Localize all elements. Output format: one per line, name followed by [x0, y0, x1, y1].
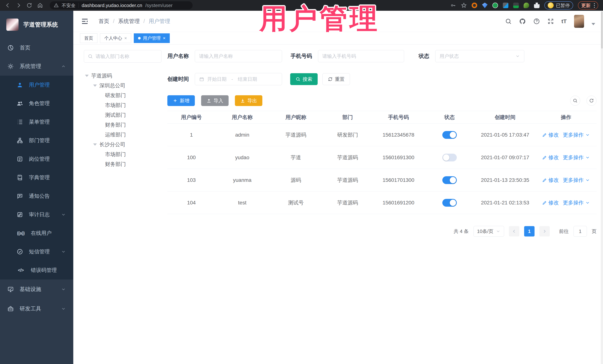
status-select[interactable]: 用户状态 [435, 50, 524, 62]
status-toggle[interactable] [442, 131, 457, 139]
breadcrumb-home[interactable]: 首页 [99, 18, 109, 25]
sidebar-item-dev-tools[interactable]: 研发工具 [0, 299, 73, 318]
browser-menu-icon[interactable] [594, 3, 595, 8]
extension-puzzle-icon[interactable] [534, 3, 540, 8]
browser-update-button[interactable]: 更新 [578, 1, 598, 10]
edit-link[interactable]: 修改 [542, 132, 559, 138]
export-button[interactable]: 导出 [235, 95, 262, 106]
username-field[interactable] [195, 50, 282, 62]
logo-image [6, 19, 19, 31]
tree-node[interactable]: 运维部门 [84, 130, 162, 140]
department-search[interactable] [84, 50, 162, 63]
prev-page-button[interactable] [509, 226, 519, 236]
forward-icon[interactable] [16, 2, 22, 8]
help-icon[interactable] [533, 18, 540, 25]
tree-node[interactable]: 市场部门 [84, 100, 162, 110]
tree-node[interactable]: 财务部门 [84, 120, 162, 130]
extension-icon-orange[interactable] [472, 3, 477, 8]
address-bar[interactable]: 不安全 dashboard.yudao.iocoder.cn/system/us… [50, 1, 193, 10]
status-toggle[interactable] [442, 199, 457, 207]
avatar-dropdown-icon[interactable] [591, 23, 595, 25]
window-scrollbar[interactable] [601, 11, 603, 364]
plus-icon [173, 98, 178, 103]
key-icon[interactable] [450, 2, 456, 8]
edit-link[interactable]: 修改 [542, 154, 559, 161]
tree-node[interactable]: 芋道源码 [84, 71, 162, 81]
sidebar-item-notice[interactable]: 通知公告 [0, 187, 73, 205]
caret-down-icon[interactable] [85, 75, 89, 77]
sidebar-item-system[interactable]: 系统管理 [0, 57, 73, 76]
status-toggle[interactable] [442, 154, 457, 161]
user-avatar[interactable] [574, 15, 584, 28]
edit-link[interactable]: 修改 [542, 199, 559, 206]
tree-node[interactable]: 市场部门 [84, 149, 162, 159]
back-icon[interactable] [5, 2, 11, 8]
caret-down-icon[interactable] [93, 85, 97, 87]
extension-icon-blue-puzzle[interactable] [503, 3, 508, 8]
sidebar-item-menu-management[interactable]: 菜单管理 [0, 113, 73, 131]
search-icon[interactable] [505, 18, 512, 25]
scrollbar-thumb[interactable] [601, 11, 603, 49]
sidebar-item-audit-log[interactable]: 审计日志 [0, 205, 73, 224]
fullscreen-icon[interactable] [547, 18, 554, 25]
goto-page-input[interactable] [573, 226, 587, 237]
tree-node[interactable]: 财务部门 [84, 159, 162, 169]
reset-button[interactable]: 重置 [323, 73, 350, 85]
daterange-field[interactable]: 开始日期 - 结束日期 [195, 73, 282, 85]
paused-extension-chip[interactable]: 已暂停 [544, 1, 573, 10]
page-number-current[interactable]: 1 [524, 226, 534, 236]
refresh-table-button[interactable] [587, 96, 596, 106]
sidebar-item-dict-management[interactable]: 字典管理 [0, 168, 73, 187]
sidebar-item-post-management[interactable]: 岗位管理 [0, 150, 73, 168]
emoji-avatar [548, 2, 554, 8]
next-page-button[interactable] [539, 226, 550, 236]
extension-icon-leaf[interactable] [524, 3, 529, 8]
sidebar-item-role-management[interactable]: 角色管理 [0, 94, 73, 113]
add-button[interactable]: 新增 [167, 95, 195, 106]
tab-home[interactable]: 首页 [80, 33, 97, 43]
tree-node[interactable]: 长沙分公司 [84, 140, 162, 149]
mobile-input[interactable] [322, 53, 400, 59]
sidebar-item-sms-management[interactable]: 短信管理 [0, 243, 73, 261]
sidebar-item-error-code[interactable]: </> 错误码管理 [0, 261, 73, 279]
sidebar-item-online-users[interactable]: ((a)) 在线用户 [0, 224, 73, 243]
sidebar-logo[interactable]: 芋道管理系统 [0, 11, 73, 39]
github-icon[interactable] [519, 18, 526, 25]
edit-link[interactable]: 修改 [542, 177, 559, 184]
collapse-sidebar-icon[interactable] [81, 18, 89, 25]
toggle-search-button[interactable] [570, 96, 580, 106]
font-size-icon[interactable]: tT [561, 18, 567, 24]
tree-node[interactable]: 深圳总公司 [84, 81, 162, 90]
sidebar-item-dept-management[interactable]: 部门管理 [0, 131, 73, 150]
more-actions-link[interactable]: 更多操作 [563, 199, 590, 206]
close-icon[interactable]: × [124, 36, 127, 40]
sidebar-item-home[interactable]: 首页 [0, 39, 73, 57]
bookmark-star-icon[interactable] [461, 2, 467, 8]
caret-down-icon[interactable] [93, 143, 97, 146]
page-size-select[interactable]: 10条/页 [474, 226, 504, 237]
department-search-input[interactable] [95, 54, 158, 59]
tab-user-management[interactable]: 用户管理 × [134, 33, 170, 43]
search-button[interactable]: 搜索 [290, 73, 318, 85]
tree-node[interactable]: 测试部门 [84, 110, 162, 120]
sidebar-item-infrastructure[interactable]: 基础设施 [0, 279, 73, 299]
chevron-down-icon [61, 287, 66, 292]
reload-icon[interactable] [26, 2, 32, 8]
tree-node[interactable]: 研发部门 [84, 90, 162, 100]
extension-icon-on-badge[interactable] [513, 3, 519, 8]
breadcrumb-system[interactable]: 系统管理 [118, 18, 140, 25]
close-icon[interactable]: × [163, 36, 165, 40]
mobile-field[interactable] [318, 50, 404, 62]
more-actions-link[interactable]: 更多操作 [563, 154, 590, 161]
import-button[interactable]: 导入 [201, 95, 229, 106]
extension-icon-green-circle[interactable] [492, 3, 498, 8]
more-actions-link[interactable]: 更多操作 [563, 132, 590, 138]
username-input[interactable] [199, 53, 278, 59]
home-icon[interactable] [37, 2, 43, 8]
tab-profile[interactable]: 个人中心 × [100, 33, 131, 43]
sidebar-item-user-management[interactable]: 用户管理 [0, 76, 73, 94]
more-actions-link[interactable]: 更多操作 [563, 177, 590, 184]
status-toggle[interactable] [442, 176, 457, 184]
extension-icon-gem[interactable] [482, 3, 487, 8]
table-row: 104 test 测试号 芋道源码 15601691200 2021-01-21… [167, 191, 596, 214]
